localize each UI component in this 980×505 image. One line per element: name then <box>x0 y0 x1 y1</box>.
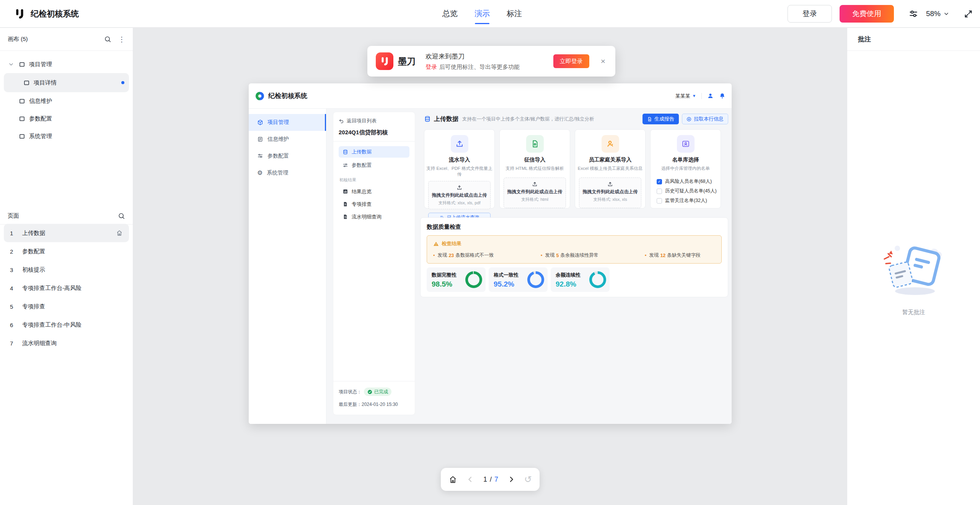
dropzone-formats: 支持格式: xlsx, xls, pdf <box>430 200 489 206</box>
tab-overview[interactable]: 总览 <box>442 0 458 28</box>
prev-page-icon[interactable] <box>466 476 474 483</box>
settings-sliders-icon[interactable] <box>908 9 918 19</box>
server-icon <box>257 136 263 142</box>
project-menu-label: 参数配置 <box>352 162 372 169</box>
project-menu-parameter-config[interactable]: 参数配置 <box>339 160 409 171</box>
next-page-icon[interactable] <box>507 476 515 483</box>
user-menu[interactable]: 某某某 ▼ <box>675 93 696 99</box>
last-updated-row: 最后更新：2024-01-20 15:30 <box>339 401 409 408</box>
login-button[interactable]: 登录 <box>788 5 832 23</box>
tab-present[interactable]: 演示 <box>475 0 490 28</box>
tree-item-parameter-config[interactable]: 参数配置 <box>4 110 129 127</box>
page-row-6[interactable]: 6 专项排查工作台-中风险 <box>4 316 129 334</box>
app-nav-system-management[interactable]: ⚙ 系统管理 <box>249 165 326 181</box>
option-regulator-watch[interactable]: 监管关注名单(32人) <box>657 196 721 205</box>
page-number: 5 <box>10 303 22 310</box>
page-row-3[interactable]: 3 初核提示 <box>4 261 129 279</box>
quality-metrics-row: 数据完整性 98.5% 格式一致性 95.2% 余额连续性 92.8% <box>427 267 610 292</box>
zoom-level: 58% <box>926 10 941 18</box>
project-section-label: 初核结果 <box>339 177 409 183</box>
bell-icon[interactable] <box>719 93 726 99</box>
checkbox-checked-icon[interactable]: ✓ <box>657 179 662 184</box>
more-options-icon[interactable]: ⋮ <box>118 35 125 44</box>
project-panel: 返回项目列表 2024Q1信贷部初核 上传数据 参数配置 初核结果 结果总览 <box>333 112 415 415</box>
zoom-control[interactable]: 58% <box>926 10 949 18</box>
top-bar: 纪检初核系统 总览 演示 标注 登录 免费使用 58% <box>0 0 980 28</box>
checkbox-icon[interactable] <box>657 189 662 194</box>
page-row-4[interactable]: 4 专项排查工作台-高风险 <box>4 279 129 297</box>
undo-icon[interactable]: ↺ <box>524 475 532 484</box>
checkbox-icon[interactable] <box>657 198 662 204</box>
project-menu-special-check[interactable]: 专项排查 <box>339 198 409 210</box>
app-main-content: 上传数据 支持在一个项目中上传多个主体/账户数据，进行汇总/独立分析 生成报告 … <box>420 109 728 424</box>
empty-text: 暂无批注 <box>847 309 980 316</box>
canvas-tree: 项目管理 项目详情 信息维护 参数配置 <box>0 51 133 145</box>
back-arrow-icon <box>339 118 344 124</box>
signup-button[interactable]: 免费使用 <box>840 5 894 23</box>
page-row-1[interactable]: 1 上传数据 <box>4 224 129 242</box>
dropzone-credit[interactable]: 拖拽文件到此处或点击上传 支持格式: html <box>504 178 566 208</box>
fullscreen-icon[interactable] <box>964 9 973 19</box>
dropzone-family[interactable]: 拖拽文件到此处或点击上传 支持格式: xlsx, xls <box>579 178 641 208</box>
banner-login-link[interactable]: 登录 <box>426 64 437 70</box>
tree-item-project-management[interactable]: 项目管理 <box>4 55 129 73</box>
search-icon[interactable] <box>118 212 125 220</box>
generate-report-button[interactable]: 生成报告 <box>642 114 679 124</box>
page-title: 初核提示 <box>22 266 45 274</box>
page-title: 专项排查工作台-中风险 <box>22 321 82 329</box>
upload-tray-icon <box>457 185 462 191</box>
pull-bank-info-button[interactable]: 拉取本行信息 <box>682 114 728 124</box>
user-icon[interactable] <box>707 93 714 99</box>
pages-panel-header: 页面 <box>0 207 133 225</box>
page-row-2[interactable]: 2 参数配置 <box>4 242 129 261</box>
back-to-projects-link[interactable]: 返回项目列表 <box>339 117 409 124</box>
banner-subtitle-text: 后可使用标注、导出等更多功能 <box>439 64 520 70</box>
upload-card-family: 员工家庭关系导入 Excel 模板上传员工家庭关系信息 拖拽文件到此处或点击上传… <box>575 129 646 209</box>
page-indicator: 1 / 7 <box>483 476 498 484</box>
close-icon[interactable]: × <box>601 57 605 66</box>
dropzone-flow[interactable]: 拖拽文件到此处或点击上传 支持格式: xlsx, xls, pdf <box>428 181 491 209</box>
app-nav-info-maintenance[interactable]: 信息维护 <box>249 131 326 148</box>
upload-tray-icon <box>607 181 613 187</box>
empty-illustration <box>877 239 950 300</box>
page-row-5[interactable]: 5 专项排查 <box>4 297 129 316</box>
tree-item-project-detail[interactable]: 项目详情 <box>4 73 129 92</box>
banner-text: 欢迎来到墨刀 登录后可使用标注、导出等更多功能 <box>426 52 520 71</box>
option-history-suspect[interactable]: 历史可疑人员名单(45人) <box>657 186 721 196</box>
project-name: 2024Q1信贷部初核 <box>339 129 409 136</box>
app-logo-icon <box>255 91 265 101</box>
dropzone-text: 拖拽文件到此处或点击上传 <box>505 189 564 195</box>
metric-card-balance: 余额连续性 92.8% <box>551 267 610 292</box>
app-title: 纪检初核系统 <box>268 91 307 100</box>
tree-item-system-management[interactable]: 系统管理 <box>4 127 129 145</box>
donut-chart <box>527 271 544 288</box>
app-nav-project-management[interactable]: 项目管理 <box>249 114 326 131</box>
page-row-7[interactable]: 7 流水明细查询 <box>4 334 129 352</box>
app-header-actions: 某某某 ▼ <box>675 93 726 99</box>
search-icon[interactable] <box>104 36 111 43</box>
app-nav-parameter-config[interactable]: 参数配置 <box>249 148 326 165</box>
project-menu-flow-detail-query[interactable]: 流水明细查询 <box>339 210 409 223</box>
donut-chart <box>589 271 606 288</box>
id-card-icon <box>677 135 695 153</box>
option-label: 监管关注名单(32人) <box>665 197 707 204</box>
app-nav-label: 参数配置 <box>267 153 289 160</box>
metric-card-completeness: 数据完整性 98.5% <box>427 267 486 292</box>
tab-annotate[interactable]: 标注 <box>507 0 522 28</box>
project-menu-results-overview[interactable]: 结果总览 <box>339 185 409 198</box>
credit-import-icon <box>526 135 544 153</box>
finding-item: • 发现 12 条缺失关键字段 <box>645 252 701 259</box>
metric-card-format: 格式一致性 95.2% <box>489 267 548 292</box>
check-result-box: 检查结果 • 发现 23 条数据格式不一致 • 发现 <box>427 235 722 264</box>
option-high-risk[interactable]: ✓ 高风险人员名单(68人) <box>657 177 721 186</box>
document-search-icon <box>342 214 348 220</box>
canvas-panel-title: 画布 (5) <box>8 36 97 43</box>
tree-item-info-maintenance[interactable]: 信息维护 <box>4 92 129 110</box>
banner-login-now-button[interactable]: 立即登录 <box>553 54 589 68</box>
status-text: 已完成 <box>374 389 388 395</box>
home-button[interactable] <box>448 475 457 484</box>
project-menu-upload-data[interactable]: 上传数据 <box>339 146 409 158</box>
check-circle-icon <box>367 389 372 394</box>
card-title: 名单库选择 <box>651 156 721 163</box>
caret-down-icon[interactable] <box>8 62 16 67</box>
